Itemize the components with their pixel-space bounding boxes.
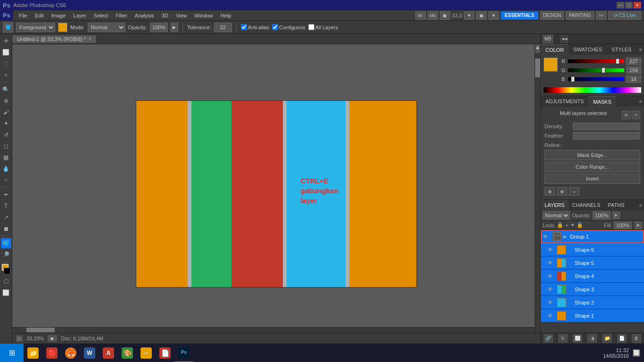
adj-bottom-btn3[interactable]: ↔ (569, 187, 579, 196)
opacity-layers-input[interactable] (593, 211, 611, 220)
eye-shape5[interactable]: 👁 (547, 260, 555, 266)
lasso-tool[interactable]: ◌ (1, 58, 11, 69)
bridge-btn[interactable]: Br (415, 11, 426, 20)
add-mask-btn[interactable]: ⬜ (573, 334, 582, 343)
expand-group1[interactable]: ▶ (563, 234, 568, 239)
taskbar-firefox[interactable]: 🦊 (61, 344, 80, 362)
tab-channels[interactable]: CHANNELS (569, 200, 604, 210)
fill-input[interactable] (614, 222, 632, 229)
opacity-input[interactable] (150, 23, 168, 32)
collapse-right-btn[interactable]: ◀◀ (561, 35, 568, 43)
maximize-button[interactable]: □ (625, 2, 633, 8)
blend-mode-layers[interactable]: Normal (543, 211, 570, 220)
notification-btn[interactable]: ⬜ (633, 349, 640, 357)
lock-icon1[interactable]: 🔒 (557, 222, 563, 228)
tab-color[interactable]: COLOR (541, 44, 569, 55)
gradient-tool[interactable]: ▦ (1, 152, 11, 163)
layers-panel-collapse[interactable]: ≡ (637, 202, 644, 208)
tab-adjustments[interactable]: ADJUSTMENTS (541, 96, 588, 107)
adj-icon1[interactable]: ⊕ (622, 111, 630, 119)
quick-mask-btn[interactable]: ⬡ (1, 276, 11, 287)
new-group-btn[interactable]: 📁 (603, 334, 612, 343)
minimize-button[interactable]: — (617, 2, 624, 8)
density-input[interactable] (573, 123, 640, 130)
path-select-tool[interactable]: ↗ (1, 212, 11, 222)
menu-view[interactable]: View (172, 12, 191, 19)
taskbar-access[interactable]: A (99, 344, 118, 362)
layer-shape4[interactable]: 👁 Shape 4 (541, 270, 644, 283)
tab-layers[interactable]: LAYERS (541, 200, 569, 210)
tab-swatches[interactable]: SWATCHES (569, 44, 607, 55)
channel-b-input[interactable] (626, 75, 641, 83)
link-layers-btn[interactable]: 🔗 (544, 334, 553, 343)
cs-live-btn[interactable]: ⟳ CS Live (608, 11, 641, 20)
menu-layer[interactable]: Layer (69, 12, 90, 19)
blur-tool[interactable]: 💧 (1, 164, 11, 174)
foreground-select[interactable]: Foreground (16, 23, 55, 32)
eye-shape3[interactable]: 👁 (547, 286, 555, 293)
eye-group1[interactable]: 👁 (543, 233, 550, 240)
adj-icon2[interactable]: ✕ (632, 111, 640, 119)
foreground-color[interactable] (1, 264, 11, 274)
tab-paths[interactable]: PATHS (604, 200, 628, 210)
layer-shape5[interactable]: 👁 Shape 5 (541, 256, 644, 270)
menu-analysis[interactable]: Analysis (131, 12, 158, 19)
menu-select[interactable]: Select (90, 12, 112, 19)
fill-arrow-btn[interactable]: ▶ (635, 222, 642, 229)
spot-heal-tool[interactable]: ⊕ (1, 96, 11, 106)
dodge-tool[interactable]: ○ (1, 175, 11, 185)
eyedropper-tool[interactable]: 🔍 (1, 84, 11, 95)
menu-filter[interactable]: Filter (112, 12, 131, 19)
new-layer-btn[interactable]: 📄 (617, 334, 627, 343)
eye-shape2[interactable]: 👁 (547, 299, 555, 306)
taskbar-pdf[interactable]: 📄 (156, 344, 174, 362)
screen-mode-btn-left[interactable]: ⬜ (1, 288, 11, 298)
type-tool[interactable]: T (1, 201, 11, 211)
antialias-checkbox[interactable] (241, 24, 247, 30)
layer-shape6[interactable]: 👁 Shape 6 (541, 243, 644, 256)
feather-input[interactable] (573, 132, 640, 140)
eye-shape1[interactable]: 👁 (547, 313, 555, 319)
layer-shape1[interactable]: 👁 Shape 1 (541, 309, 644, 322)
invert-btn[interactable]: Invert (545, 173, 640, 184)
vscroll-thumb[interactable] (535, 58, 540, 77)
clone-stamp-tool[interactable]: ✦ (1, 118, 11, 129)
channel-r-input[interactable] (626, 58, 641, 65)
lock-icon3[interactable]: ✦ (570, 222, 575, 228)
taskbar-paint[interactable]: 🎨 (118, 344, 137, 362)
tab-masks[interactable]: MASKS (588, 96, 616, 107)
eye-shape6[interactable]: 👁 (547, 247, 555, 253)
menu-image[interactable]: Image (48, 12, 70, 19)
tab-styles[interactable]: STYLES (607, 44, 636, 55)
menu-file[interactable]: File (15, 12, 31, 19)
color-preview[interactable] (58, 23, 67, 32)
lock-icon2[interactable]: + (565, 222, 568, 228)
alllayers-checkbox[interactable] (308, 24, 314, 30)
taskbar-word[interactable]: W (80, 344, 99, 362)
contiguous-checkbox[interactable] (272, 24, 278, 30)
mb-icon[interactable]: MB (543, 35, 553, 43)
taskbar-tool[interactable]: ✂ (137, 344, 156, 362)
minibr-btn[interactable]: Mb (428, 11, 438, 20)
eye-shape4[interactable]: 👁 (547, 273, 555, 280)
adj-panel-collapse[interactable]: ≡ (637, 98, 644, 105)
color-spectrum[interactable] (544, 87, 641, 93)
opacity-arrow-btn[interactable]: ▶ (612, 212, 620, 219)
menu-edit[interactable]: Edit (31, 12, 48, 19)
fill-tool[interactable]: 🪣 (1, 238, 11, 248)
start-button[interactable]: ⊞ (0, 344, 24, 362)
shape-tool[interactable]: ◼ (1, 223, 11, 234)
essentials-btn[interactable]: ESSENTIALS (501, 11, 538, 20)
layer-shape3[interactable]: 👁 Shape 3 (541, 283, 644, 296)
screen-mode-btn[interactable]: ▣ (440, 11, 450, 20)
menu-3d[interactable]: 3D (158, 12, 172, 19)
zoom-tool[interactable]: 🔎 (1, 249, 11, 260)
channel-g-input[interactable] (626, 66, 641, 74)
close-button[interactable]: ✕ (634, 2, 641, 8)
add-adjustment-btn[interactable]: ◑ (587, 334, 597, 343)
painting-btn[interactable]: PAINTING (566, 11, 594, 20)
color-range-btn[interactable]: Color Range... (545, 162, 640, 172)
taskbar-files[interactable]: 📁 (24, 344, 42, 362)
hscroll-thumb[interactable] (26, 328, 55, 332)
canvas-hscroll[interactable] (12, 327, 535, 333)
